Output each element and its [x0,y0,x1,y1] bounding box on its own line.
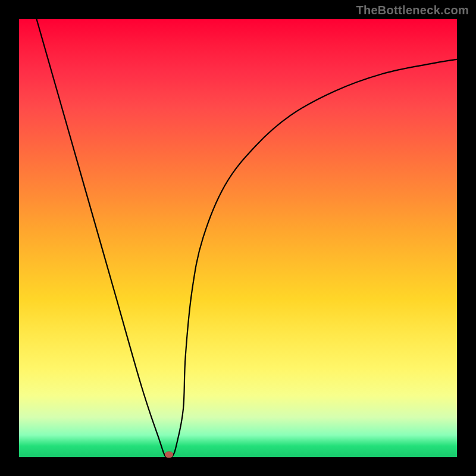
curve-svg [19,19,457,457]
bottleneck-curve-path [36,19,457,457]
chart-frame: TheBottleneck.com [0,0,476,476]
plot-area [19,19,457,457]
watermark-text: TheBottleneck.com [356,4,469,17]
minimum-marker [165,452,173,458]
